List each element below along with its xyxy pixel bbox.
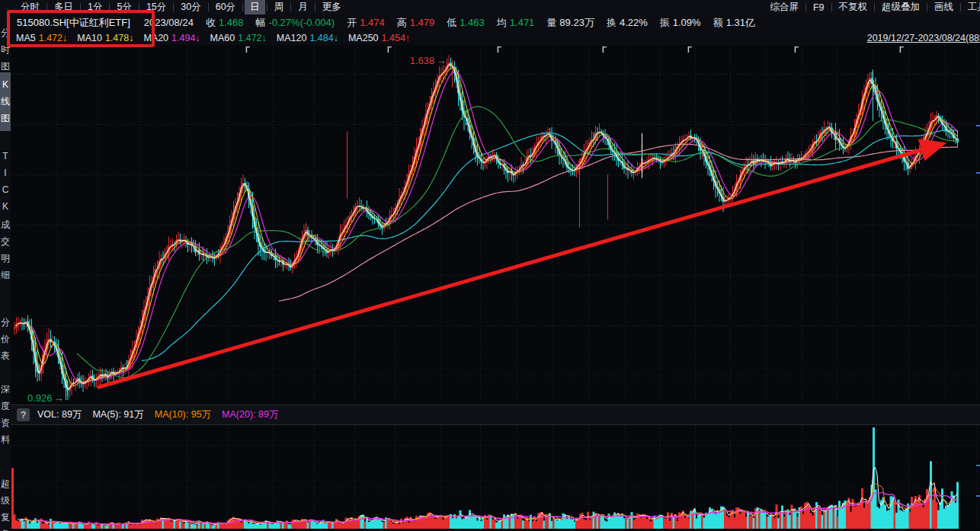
vol-ma5-value: MA(5): 91万 bbox=[92, 408, 143, 421]
event-flag-icon: Γ bbox=[687, 46, 692, 54]
quote-field-label: 低 bbox=[447, 16, 456, 30]
ma-label: MA60 bbox=[210, 33, 235, 43]
quote-field-value: -0.27%(-0.004) bbox=[268, 17, 335, 28]
tools-menu: 综合屏F9不复权超级叠加画线工具 bbox=[764, 0, 980, 14]
sidebar-item-char: 表 bbox=[0, 347, 11, 364]
low-price-label: 0.926 bbox=[27, 392, 53, 404]
tab-period-9[interactable]: 周 bbox=[269, 0, 290, 14]
event-flag-icon: Γ bbox=[387, 46, 392, 54]
candlestick-chart-canvas[interactable] bbox=[11, 45, 980, 405]
menu-separator bbox=[290, 3, 291, 11]
quote-field-value: 1.09% bbox=[673, 17, 701, 28]
tool-menu-item-5[interactable]: 画线 bbox=[929, 0, 959, 14]
sidebar-item-char: 线 bbox=[0, 93, 11, 110]
event-flag-icon: Γ bbox=[899, 46, 904, 54]
sidebar-item-char: 成 bbox=[0, 216, 11, 233]
menu-separator bbox=[267, 3, 267, 11]
sidebar-item-char: T bbox=[0, 148, 11, 165]
sidebar-item-char: 图 bbox=[0, 110, 11, 126]
volume-chart-canvas[interactable] bbox=[11, 425, 980, 531]
quote-fields: 收1.468幅-0.27%(-0.004)开1.474高1.479低1.463均… bbox=[206, 16, 767, 30]
sidebar-item-char: I bbox=[0, 165, 11, 181]
date-range-link[interactable]: 2019/12/27-2023/08/24(885 bbox=[867, 33, 980, 43]
candlestick-chart-pane: ΓΓΓΓΓΓΓ bbox=[11, 45, 980, 405]
tab-period-11[interactable]: 更多 bbox=[317, 0, 347, 14]
sidebar-item-char: 交 bbox=[0, 233, 11, 250]
quote-field-value: 1.474 bbox=[360, 17, 385, 28]
tool-menu-item-3[interactable]: 不复权 bbox=[834, 0, 873, 14]
ma-value: 1.494↓ bbox=[171, 33, 200, 43]
menu-separator bbox=[173, 3, 174, 11]
help-button[interactable]: ? bbox=[17, 408, 30, 421]
sidebar-item-深度资料[interactable]: 深度资料 bbox=[0, 377, 11, 448]
quote-field-label: 额 bbox=[713, 16, 723, 30]
event-flag-icon: Γ bbox=[497, 46, 501, 54]
tool-menu-item-1[interactable]: 综合屏 bbox=[764, 0, 804, 14]
sidebar-item-TICK[interactable]: TICK bbox=[0, 144, 11, 215]
quote-field-value: 1.31亿 bbox=[726, 16, 755, 30]
sidebar-item-超级复盘[interactable]: 超级复盘 bbox=[0, 472, 11, 531]
stock-charting-app: 分时多日1分5分15分30分60分日周月更多 综合屏F9不复权超级叠加画线工具 … bbox=[0, 0, 980, 531]
ma-value: 1.484↓ bbox=[309, 33, 338, 43]
tab-period-8[interactable]: 日 bbox=[245, 0, 265, 14]
high-price-annotation: 1.638→ bbox=[410, 55, 447, 66]
tool-menu-item-6[interactable]: 工具 bbox=[962, 0, 980, 14]
sidebar-item-char: 复 bbox=[0, 509, 11, 526]
sidebar-item-K线图[interactable]: K线图 bbox=[0, 72, 11, 131]
quote-field-label: 均 bbox=[497, 16, 507, 30]
quote-field-value: 1.463 bbox=[460, 17, 485, 28]
sidebar-item-char: 深 bbox=[0, 381, 11, 398]
event-flag-icon: Γ bbox=[794, 46, 799, 54]
sidebar-item-成交明细[interactable]: 成交明细 bbox=[0, 213, 11, 283]
tool-menu-item-4[interactable]: 超级叠加 bbox=[876, 0, 925, 14]
menu-separator bbox=[927, 3, 927, 11]
right-arrow-icon: → bbox=[54, 392, 64, 404]
tool-menu-item-2[interactable]: F9 bbox=[808, 2, 830, 14]
sidebar-item-char: 级 bbox=[0, 492, 11, 509]
ma-value: 1.472↓ bbox=[238, 33, 267, 43]
sidebar-item-char: 资 bbox=[0, 414, 11, 431]
vol-ma20-value: MA(20): 89万 bbox=[222, 408, 278, 421]
quote-field-value: 4.22% bbox=[620, 17, 648, 28]
highlight-box-annotation bbox=[7, 10, 155, 47]
quote-field-value: 1.471 bbox=[510, 17, 535, 28]
quote-field-value: 1.468 bbox=[219, 17, 244, 28]
sidebar-item-char: 料 bbox=[0, 431, 11, 448]
sidebar-item-char: 度 bbox=[0, 398, 11, 414]
quote-field-label: 高 bbox=[397, 16, 407, 30]
vol-ma10-value: MA(10): 95万 bbox=[155, 408, 211, 421]
quote-field-value: 1.479 bbox=[410, 17, 435, 28]
tab-period-6[interactable]: 30分 bbox=[175, 0, 206, 14]
high-price-label: 1.638 bbox=[410, 55, 435, 66]
view-sidebar: 分时图K线图TICK成交明细分价表深度资料超级复盘 bbox=[0, 14, 11, 531]
low-price-annotation: 0.926→ bbox=[27, 392, 64, 404]
sidebar-item-char: 价 bbox=[0, 331, 11, 347]
quote-field-value: 89.23万 bbox=[559, 16, 594, 30]
sidebar-item-char: 超 bbox=[0, 475, 11, 492]
volume-chart-pane bbox=[11, 425, 980, 531]
sidebar-item-char: 细 bbox=[0, 267, 11, 283]
quote-field-label: 量 bbox=[546, 16, 556, 30]
menu-separator bbox=[831, 3, 832, 11]
sidebar-item-分价表[interactable]: 分价表 bbox=[0, 310, 11, 364]
quote-field-label: 换 bbox=[607, 16, 617, 30]
tab-period-7[interactable]: 60分 bbox=[210, 0, 241, 14]
tab-period-10[interactable]: 月 bbox=[293, 0, 313, 14]
menu-separator bbox=[208, 3, 209, 11]
quote-field-label: 振 bbox=[660, 16, 670, 30]
menu-separator bbox=[805, 3, 806, 11]
sidebar-item-char: K bbox=[0, 76, 11, 93]
ma-value: 1.454↑ bbox=[382, 33, 411, 43]
menu-separator bbox=[315, 3, 315, 11]
volume-indicator-bar: ? VOL: 89万 MA(5): 91万 MA(10): 95万 MA(20)… bbox=[11, 405, 980, 425]
quote-field-label: 幅 bbox=[255, 16, 265, 30]
quote-field-label: 开 bbox=[347, 16, 357, 30]
sidebar-item-char: 盘 bbox=[0, 526, 11, 531]
quote-field-label: 收 bbox=[206, 16, 216, 30]
menu-separator bbox=[242, 3, 243, 11]
vol-value: VOL: 89万 bbox=[37, 408, 82, 421]
sidebar-item-char: C bbox=[0, 181, 11, 198]
sidebar-item-char: 明 bbox=[0, 250, 11, 267]
event-flag-icon: Γ bbox=[602, 46, 607, 54]
sidebar-item-char: 分 bbox=[0, 314, 11, 331]
